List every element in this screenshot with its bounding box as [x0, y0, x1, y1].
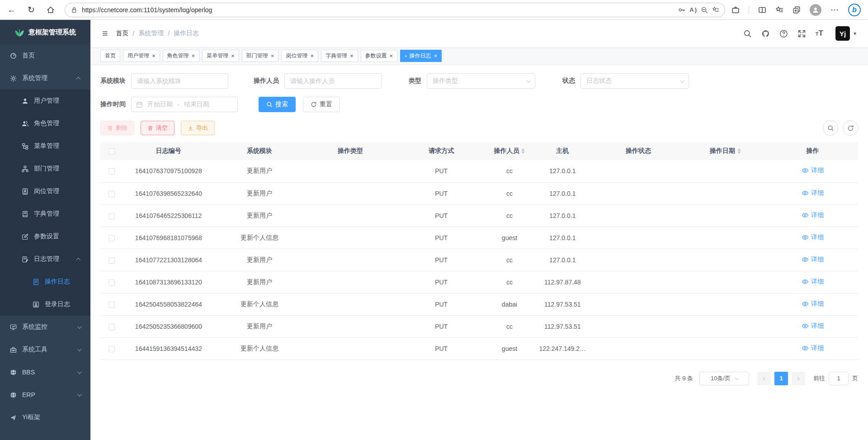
detail-link[interactable]: 详细 [802, 233, 824, 241]
edit-icon [22, 233, 28, 240]
sidebar-item-oper-log[interactable]: 操作日志 [0, 270, 90, 293]
home-icon[interactable] [47, 6, 55, 14]
clear-button[interactable]: 清空 [141, 121, 175, 135]
select-all-checkbox[interactable] [108, 148, 115, 155]
tab-close-icon[interactable]: × [192, 52, 195, 59]
split-screen-icon[interactable] [758, 6, 766, 14]
bing-chat-icon[interactable]: b [848, 4, 861, 16]
tab-close-icon[interactable]: × [231, 52, 235, 59]
tab-post-mgmt[interactable]: 岗位管理 × [281, 50, 318, 62]
back-icon[interactable]: ← [7, 5, 16, 14]
goto-page-input[interactable] [829, 372, 849, 385]
operator-input[interactable] [284, 73, 382, 89]
row-checkbox[interactable] [108, 279, 115, 286]
tab-dict-mgmt[interactable]: 字典管理 × [321, 50, 358, 62]
sidebar: 意框架管理系统 首页 系统管理 用户管理 角色管理 菜单管理 部门管理 岗位管理 [0, 20, 90, 440]
sort-icon[interactable] [737, 148, 741, 154]
sidebar-item-dict-mgmt[interactable]: 字典管理 [0, 203, 90, 225]
sidebar-item-param-settings[interactable]: 参数设置 [0, 225, 90, 248]
breadcrumb-home[interactable]: 首页 [116, 29, 128, 38]
detail-link[interactable]: 详细 [802, 300, 824, 308]
profile-avatar[interactable] [810, 4, 821, 16]
tab-param-settings[interactable]: 参数设置 × [361, 50, 398, 62]
prev-page-button[interactable]: ‹ [757, 372, 771, 385]
address-bar[interactable]: https://ccnetcore.com:1101/system/log/op… [65, 3, 725, 17]
page-1-button[interactable]: 1 [774, 372, 788, 385]
tab-user-mgmt[interactable]: 用户管理 × [123, 50, 160, 62]
tab-close-icon[interactable]: × [310, 52, 314, 59]
page-size-select[interactable]: 10条/页 [699, 372, 749, 385]
row-checkbox[interactable] [108, 257, 115, 264]
row-checkbox[interactable] [108, 235, 115, 241]
type-select[interactable]: 操作类型 [427, 73, 535, 89]
next-page-button[interactable]: › [792, 372, 805, 385]
sidebar-item-role-mgmt[interactable]: 角色管理 [0, 112, 90, 135]
sidebar-item-system-tools[interactable]: 系统工具 [0, 338, 90, 361]
user-menu[interactable]: Yj ▾ [835, 26, 856, 41]
zoom-out-icon[interactable] [701, 6, 708, 14]
tab-dept-mgmt[interactable]: 部门管理 × [242, 50, 279, 62]
table-search-toggle-icon[interactable] [823, 120, 838, 136]
row-checkbox[interactable] [108, 191, 115, 197]
row-checkbox[interactable] [108, 324, 115, 330]
module-input[interactable] [131, 73, 228, 89]
tab-close-icon[interactable]: × [350, 52, 354, 59]
sidebar-item-log-mgmt[interactable]: 日志管理 [0, 248, 90, 270]
reset-button[interactable]: 重置 [303, 97, 340, 112]
font-size-icon[interactable]: TT [816, 29, 823, 38]
app-logo[interactable]: 意框架管理系统 [0, 20, 90, 44]
browser-more-icon[interactable]: ⋯ [830, 5, 839, 15]
row-checkbox[interactable] [108, 346, 115, 352]
sidebar-collapse-icon[interactable]: ≡ [102, 28, 108, 39]
table-refresh-icon[interactable] [843, 120, 858, 136]
fullscreen-icon[interactable] [797, 29, 806, 38]
collections-icon[interactable] [793, 6, 801, 14]
sidebar-item-system-monitor[interactable]: 系统监控 [0, 316, 90, 338]
tab-oper-log[interactable]: ● 操作日志 × [400, 50, 442, 62]
sidebar-item-user-mgmt[interactable]: 用户管理 [0, 90, 90, 112]
row-checkbox[interactable] [108, 168, 115, 175]
tab-role-mgmt[interactable]: 角色管理 × [163, 50, 200, 62]
detail-link[interactable]: 详细 [802, 189, 824, 197]
detail-link[interactable]: 详细 [802, 255, 824, 264]
tab-menu-mgmt[interactable]: 菜单管理 × [202, 50, 239, 62]
extensions-icon[interactable] [731, 6, 740, 14]
row-checkbox[interactable] [108, 302, 115, 308]
header-search-icon[interactable] [743, 29, 752, 38]
github-icon[interactable] [761, 29, 770, 38]
password-key-icon[interactable] [678, 6, 685, 14]
detail-link[interactable]: 详细 [802, 278, 824, 286]
tab-close-icon[interactable]: × [434, 52, 437, 59]
date-range-picker[interactable]: 开始日期 - 结束日期 [131, 97, 238, 112]
tab-home[interactable]: 首页 [100, 50, 120, 62]
row-checkbox[interactable] [108, 213, 115, 219]
sidebar-item-post-mgmt[interactable]: 岗位管理 [0, 180, 90, 203]
url-input[interactable]: https://ccnetcore.com:1101/system/log/op… [82, 6, 674, 14]
favorites-icon[interactable] [775, 6, 783, 14]
sidebar-item-login-log[interactable]: 登录日志 [0, 293, 90, 316]
sidebar-item-menu-mgmt[interactable]: 菜单管理 [0, 135, 90, 157]
refresh-icon[interactable]: ↻ [28, 5, 35, 14]
detail-link[interactable]: 详细 [802, 344, 824, 352]
search-button[interactable]: 搜索 [259, 97, 296, 112]
add-favorite-icon[interactable] [712, 6, 719, 14]
sort-icon[interactable] [521, 148, 525, 154]
read-aloud-icon[interactable]: A) [689, 6, 697, 13]
user-avatar[interactable]: Yj [835, 26, 850, 41]
help-icon[interactable] [779, 29, 788, 38]
tab-close-icon[interactable]: × [152, 52, 156, 59]
sidebar-item-bbs[interactable]: BBS [0, 361, 90, 383]
status-select[interactable]: 日志状态 [580, 73, 689, 89]
tab-close-icon[interactable]: × [271, 52, 274, 59]
sidebar-item-home[interactable]: 首页 [0, 44, 90, 67]
sidebar-item-erp[interactable]: ERP [0, 383, 90, 406]
detail-link[interactable]: 详细 [802, 211, 824, 219]
delete-button[interactable]: 删除 [100, 121, 134, 135]
detail-link[interactable]: 详细 [802, 166, 824, 175]
sidebar-item-dept-mgmt[interactable]: 部门管理 [0, 157, 90, 180]
export-button[interactable]: 导出 [181, 121, 215, 135]
detail-link[interactable]: 详细 [802, 322, 824, 330]
sidebar-item-yi-framework[interactable]: Yi框架 [0, 406, 90, 429]
tab-close-icon[interactable]: × [390, 52, 393, 59]
sidebar-item-system-mgmt[interactable]: 系统管理 [0, 67, 90, 90]
